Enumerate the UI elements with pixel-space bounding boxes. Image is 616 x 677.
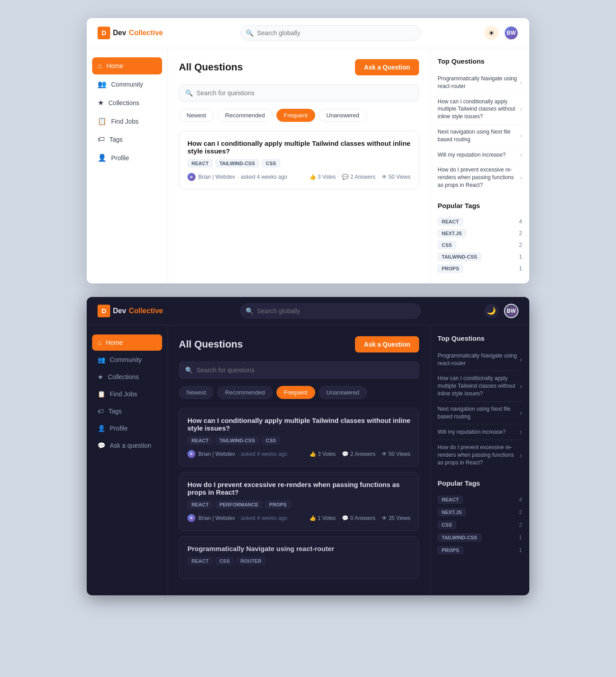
top-q-4-light[interactable]: Will my reputation increase? › (438, 148, 522, 163)
popular-tag-badge-tailwind-dark[interactable]: TAILWIND-CSS (438, 533, 481, 542)
popular-tag-nextjs-light: NEXT.JS 2 (438, 227, 522, 239)
popular-tag-badge-tailwind-light[interactable]: TAILWIND-CSS (438, 253, 481, 261)
filter-newest-dark[interactable]: Newest (179, 386, 214, 399)
author-avatar-dark-2: B (187, 514, 196, 522)
tag-react-dark-1[interactable]: REACT (187, 436, 213, 445)
question-meta-dark-2: B Brian | Webdev · asked 4 weeks ago 👍 1… (187, 514, 411, 522)
nav-profile-light[interactable]: 👤 Profile (92, 149, 162, 167)
logo-collective-text: Collective (129, 29, 163, 37)
question-card-dark-1: How can I conditionally apply multiple T… (179, 408, 419, 467)
global-search-input-light[interactable] (240, 25, 421, 41)
popular-tag-badge-props-light[interactable]: PROPS (438, 264, 463, 273)
nav-tags-light[interactable]: 🏷 Tags (92, 131, 162, 148)
nav-find-jobs-dark[interactable]: 📋 Find Jobs (92, 386, 162, 402)
theme-toggle-light[interactable]: ☀ (484, 26, 499, 40)
content-area-dark: All Questions Ask a Question 🔍 Newest Re… (168, 325, 430, 595)
popular-tag-badge-react-dark[interactable]: REACT (438, 496, 463, 504)
filter-recommended-light[interactable]: Recommended (217, 109, 272, 122)
tag-props-dark-2[interactable]: PROPS (265, 501, 291, 509)
global-search-input-dark[interactable] (240, 303, 421, 319)
tag-performance-dark-2[interactable]: PERFORMANCE (215, 501, 262, 509)
top-q-4-dark[interactable]: Will my reputation increase? › (438, 424, 522, 440)
question-search-dark: 🔍 (179, 362, 419, 379)
nav-collections-dark[interactable]: ★ Collections (92, 369, 162, 385)
avatar-dark[interactable]: BW (504, 304, 518, 318)
popular-tag-count-props-dark: 1 (519, 547, 522, 553)
right-sidebar-light: Top Questions Programmatically Navigate … (430, 48, 529, 283)
nav-profile-dark[interactable]: 👤 Profile (92, 420, 162, 436)
top-q-2-dark[interactable]: How can I conditionally apply multiple T… (438, 371, 522, 401)
tag-tailwind-dark-1[interactable]: TAILWIND-CSS (215, 436, 259, 445)
tag-css-dark-1[interactable]: CSS (262, 436, 280, 445)
top-q-1-light[interactable]: Programmatically Navigate using react-ro… (438, 71, 522, 94)
theme-toggle-dark[interactable]: 🌙 (484, 304, 499, 318)
tag-react-light-1[interactable]: REACT (187, 159, 213, 167)
question-search-input-light[interactable] (179, 84, 419, 102)
popular-tag-badge-css-dark[interactable]: CSS (438, 521, 456, 529)
filter-frequent-light[interactable]: Frequent (276, 109, 315, 122)
logo-light[interactable]: D Dev Collective (98, 27, 179, 39)
top-questions-list-light: Programmatically Navigate using react-ro… (438, 71, 522, 193)
filter-newest-light[interactable]: Newest (179, 109, 214, 122)
top-q-5-dark[interactable]: How do I prevent excessive re-renders wh… (438, 440, 522, 470)
nav-find-jobs-label-dark: Find Jobs (110, 390, 137, 398)
nav-community-dark[interactable]: 👥 Community (92, 352, 162, 368)
tag-tailwind-light-1[interactable]: TAILWIND-CSS (215, 159, 259, 167)
ask-question-icon-dark: 💬 (98, 442, 105, 449)
global-search-light: 🔍 (240, 25, 421, 41)
popular-tag-count-props-light: 1 (519, 265, 522, 272)
filter-recommended-dark[interactable]: Recommended (217, 386, 272, 399)
filter-unanswered-light[interactable]: Unanswered (319, 109, 367, 122)
nav-find-jobs-light[interactable]: 📋 Find Jobs (92, 112, 162, 130)
popular-tag-badge-react-light[interactable]: REACT (438, 218, 463, 226)
votes-dark-1: 👍 3 Votes (309, 451, 336, 457)
filter-unanswered-dark[interactable]: Unanswered (319, 386, 367, 399)
question-title-dark-3[interactable]: Programmatically Navigate using react-ro… (187, 545, 411, 552)
content-area-light: All Questions Ask a Question 🔍 Newest Re… (168, 48, 430, 283)
search-icon-dark: 🔍 (246, 307, 253, 315)
popular-tag-badge-props-dark[interactable]: PROPS (438, 546, 463, 554)
nav-community-light[interactable]: 👥 Community (92, 75, 162, 93)
popular-tag-badge-nextjs-dark[interactable]: NEXT.JS (438, 508, 466, 516)
question-search-input-dark[interactable] (179, 362, 419, 379)
avatar-light[interactable]: BW (504, 26, 518, 40)
nav-ask-question-dark[interactable]: 💬 Ask a question (92, 437, 162, 454)
tag-css-light-1[interactable]: CSS (262, 159, 280, 167)
question-title-light-1[interactable]: How can I conditionally apply multiple T… (187, 139, 411, 155)
popular-tag-badge-nextjs-light[interactable]: NEXT.JS (438, 229, 466, 237)
ask-question-btn-dark[interactable]: Ask a Question (355, 336, 419, 352)
tag-react-dark-3[interactable]: REACT (187, 557, 213, 565)
popular-tag-count-react-dark: 4 (519, 496, 522, 503)
ask-question-btn-light[interactable]: Ask a Question (355, 59, 419, 75)
top-q-arrow-3-light: › (520, 133, 522, 139)
tag-router-dark-3[interactable]: ROUTER (237, 557, 266, 565)
logo-dev-text: Dev (113, 29, 126, 37)
nav-home-label-light: Home (107, 62, 123, 70)
filter-frequent-dark[interactable]: Frequent (276, 386, 315, 399)
question-title-dark-1[interactable]: How can I conditionally apply multiple T… (187, 417, 411, 432)
top-q-1-dark[interactable]: Programmatically Navigate using react-ro… (438, 348, 522, 371)
popular-tag-props-light: PROPS 1 (438, 263, 522, 274)
nav-home-dark[interactable]: ⌂ Home (92, 334, 162, 351)
nav-home-light[interactable]: ⌂ Home (92, 57, 162, 74)
nav-collections-light[interactable]: ★ Collections (92, 94, 162, 111)
top-q-3-light[interactable]: Next navigation using Next file based ro… (438, 125, 522, 148)
author-avatar-dark-1: B (187, 450, 196, 458)
top-q-5-light[interactable]: How do I prevent excessive re-renders wh… (438, 162, 522, 192)
top-q-arrow-3-dark: › (520, 409, 522, 417)
tag-react-dark-2[interactable]: REACT (187, 501, 213, 509)
popular-tags-title-dark: Popular Tags (438, 479, 522, 487)
popular-tag-badge-css-light[interactable]: CSS (438, 241, 456, 249)
top-q-3-dark[interactable]: Next navigation using Next file based ro… (438, 402, 522, 425)
logo-dark[interactable]: D Dev Collective (98, 305, 179, 317)
top-q-2-light[interactable]: How can I conditionally apply multiple T… (438, 94, 522, 125)
nav-tags-dark[interactable]: 🏷 Tags (92, 403, 162, 419)
meta-left-light-1: B Brian | Webdev · asked 4 weeks ago (187, 173, 287, 181)
question-title-dark-2[interactable]: How do I prevent excessive re-renders wh… (187, 481, 411, 496)
popular-tag-css-dark: CSS 2 (438, 519, 522, 531)
tag-css-dark-3[interactable]: CSS (215, 557, 234, 565)
popular-tag-count-css-light: 2 (519, 242, 522, 248)
community-icon-light: 👥 (98, 80, 107, 88)
nav-community-label-dark: Community (110, 356, 142, 363)
header-actions-light: ☀ BW (482, 26, 518, 40)
